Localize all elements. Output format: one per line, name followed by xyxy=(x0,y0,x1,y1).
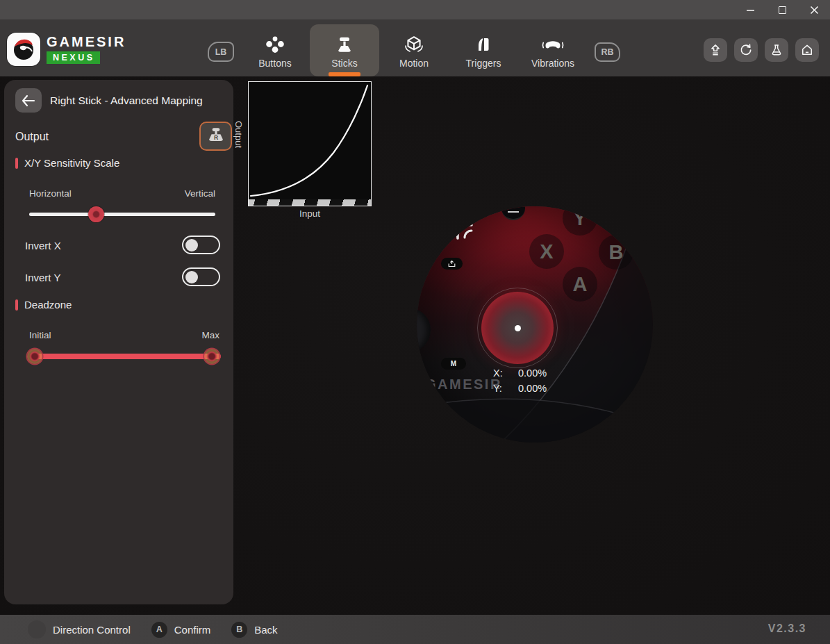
vibration-gamepad-icon xyxy=(541,34,565,56)
toggle-knob xyxy=(185,271,198,283)
right-stick-position-dot xyxy=(515,325,521,331)
hint-back: B Back xyxy=(231,622,277,638)
toggle-knob xyxy=(185,239,198,251)
firmware-update-button[interactable] xyxy=(704,38,727,62)
tab-label: Buttons xyxy=(258,58,291,69)
curve-plot xyxy=(249,82,370,205)
upload-icon xyxy=(708,43,722,57)
tab-motion[interactable]: Motion xyxy=(379,19,449,76)
controller-share-button xyxy=(441,258,463,270)
controller-preview: Y X B A M GAMESIR X: 0.00% Y: 0.00% xyxy=(417,206,653,443)
sensitivity-left-label: Horizontal xyxy=(29,188,72,199)
red-accent-bar xyxy=(15,158,18,169)
tab-label: Vibrations xyxy=(531,58,574,69)
output-label: Output xyxy=(15,131,49,143)
tab-label: Triggers xyxy=(466,58,501,69)
hint-confirm: A Confirm xyxy=(151,622,211,638)
readout-x-value: 0.00% xyxy=(518,368,547,379)
main-content: Right Stick - Advanced Mapping Output R … xyxy=(0,76,830,615)
tab-label: Sticks xyxy=(331,58,357,69)
tab-sticks[interactable]: Sticks xyxy=(310,19,379,76)
home-icon xyxy=(800,43,814,57)
joystick-icon xyxy=(335,34,354,56)
maximize-button[interactable] xyxy=(766,0,798,19)
stick-hint-icon xyxy=(28,620,46,638)
trigger-icon xyxy=(474,34,492,56)
home-button[interactable] xyxy=(795,38,819,62)
invert-y-label: Invert Y xyxy=(25,272,60,283)
shoulder-badge-lb: LB xyxy=(208,42,234,62)
deadzone-slider-track[interactable] xyxy=(31,354,221,359)
app-version: V2.3.3 xyxy=(768,622,806,635)
curve-y-axis-label: Output xyxy=(233,121,244,211)
face-button-b: B xyxy=(599,235,633,270)
sensitivity-slider-track[interactable] xyxy=(29,213,215,216)
tab-label: Motion xyxy=(399,58,429,69)
advanced-mapping-panel: Right Stick - Advanced Mapping Output R … xyxy=(4,80,233,604)
lab-flask-icon xyxy=(770,43,783,57)
face-button-x: X xyxy=(529,234,564,269)
nav-actions xyxy=(704,38,819,62)
readout-y-label: Y: xyxy=(493,383,513,394)
a-button-badge: A xyxy=(151,622,167,638)
brand-name: GAMESIR xyxy=(47,35,126,49)
readout-y-value: 0.00% xyxy=(518,383,547,394)
top-nav: GAMESIR NEXUS LB Buttons xyxy=(0,19,830,76)
controller-logo-mark xyxy=(455,222,476,241)
controller-m-button: M xyxy=(441,358,466,370)
lab-button[interactable] xyxy=(765,38,788,62)
b-button-badge: B xyxy=(231,622,247,638)
tab-triggers[interactable]: Triggers xyxy=(449,19,518,76)
back-button[interactable] xyxy=(15,88,42,113)
nav-tabs: Buttons Sticks xyxy=(240,19,588,76)
gamesir-logo-icon xyxy=(7,33,40,66)
reset-icon xyxy=(739,43,753,57)
invert-x-toggle[interactable] xyxy=(182,236,220,254)
minimize-button[interactable] xyxy=(734,0,766,19)
sensitivity-slider-thumb[interactable] xyxy=(88,206,104,222)
tab-vibrations[interactable]: Vibrations xyxy=(518,19,588,76)
deadzone-stripe-strip xyxy=(249,199,371,206)
brand-badge: NEXUS xyxy=(47,51,100,64)
stick-readout: X: 0.00% Y: 0.00% xyxy=(493,365,547,396)
app-window: GAMESIR NEXUS LB Buttons xyxy=(0,0,830,644)
invert-x-label: Invert X xyxy=(25,240,61,251)
deadzone-right-label: Max xyxy=(201,330,219,340)
shoulder-badge-rb: RB xyxy=(595,42,620,62)
back-arrow-icon xyxy=(21,94,36,107)
sensitivity-heading: X/Y Sensitivity Scale xyxy=(15,157,119,169)
controller-brand-print: GAMESIR xyxy=(425,377,502,393)
motion-cube-icon xyxy=(404,34,424,56)
minimize-icon xyxy=(746,6,755,15)
red-accent-bar xyxy=(15,299,18,311)
sensitivity-right-label: Vertical xyxy=(185,188,215,199)
close-button[interactable] xyxy=(798,0,830,19)
invert-y-toggle[interactable] xyxy=(182,267,220,286)
close-icon xyxy=(810,6,819,15)
maximize-icon xyxy=(779,6,786,14)
joystick-r-icon: R xyxy=(206,127,226,145)
output-stick-button[interactable]: R xyxy=(199,122,232,151)
deadzone-heading: Deadzone xyxy=(15,299,72,311)
output-stick-letter: R xyxy=(213,134,218,141)
titlebar xyxy=(0,0,830,19)
deadzone-low-thumb[interactable] xyxy=(27,349,42,364)
deadzone-high-thumb[interactable] xyxy=(204,349,219,364)
brand: GAMESIR NEXUS xyxy=(7,33,126,66)
face-button-a: A xyxy=(563,267,597,302)
response-curve-chart xyxy=(248,81,372,206)
curve-x-axis-label: Input xyxy=(248,208,372,219)
footer-hint-bar: Direction Control A Confirm B Back V2.3.… xyxy=(0,615,830,644)
reset-button[interactable] xyxy=(734,38,758,62)
share-upload-icon xyxy=(448,261,456,267)
buttons-dots-icon xyxy=(265,34,285,56)
tab-buttons[interactable]: Buttons xyxy=(240,19,310,76)
readout-x-label: X: xyxy=(493,368,513,379)
deadzone-left-label: Initial xyxy=(29,330,51,340)
brand-text: GAMESIR NEXUS xyxy=(47,35,126,64)
hint-direction-control: Direction Control xyxy=(28,620,131,638)
panel-title: Right Stick - Advanced Mapping xyxy=(50,94,203,107)
